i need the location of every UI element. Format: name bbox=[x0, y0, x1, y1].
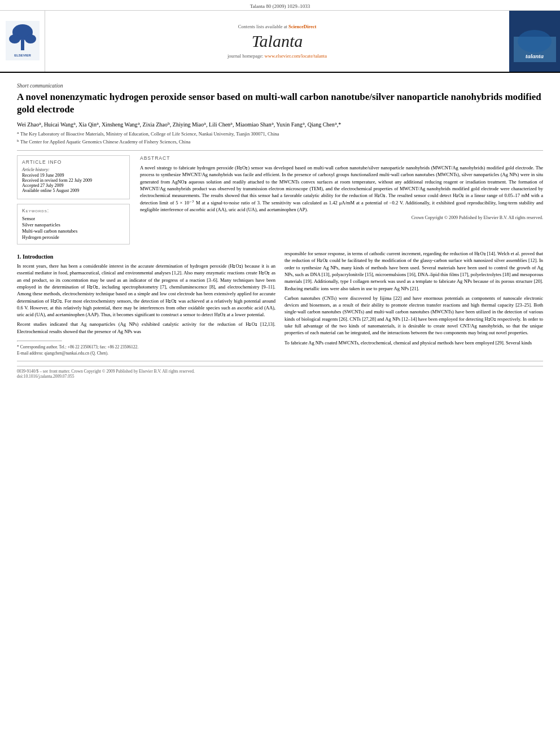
right-para3: To fabricate Ag NPs coated MWCNTs, elect… bbox=[285, 339, 543, 346]
footer-divider bbox=[17, 361, 543, 361]
talanta-logo-svg: talanta bbox=[514, 20, 556, 62]
homepage-url[interactable]: www.elsevier.com/locate/talanta bbox=[265, 53, 327, 59]
history-section: Article history: Received 19 June 2009 R… bbox=[22, 167, 125, 193]
abstract-title: ABSTRACT bbox=[140, 155, 543, 161]
footnote-corresponding: * Corresponding author. Tel.: +86 22 235… bbox=[17, 344, 275, 351]
svg-point-2 bbox=[9, 34, 20, 43]
body-left: 1. Introduction In recent years, there h… bbox=[17, 250, 275, 356]
keyword-1: Sensor bbox=[22, 216, 125, 221]
svg-rect-4 bbox=[21, 40, 24, 50]
affiliation-b: ᵇ The Center for Applied Aquatic Genomic… bbox=[17, 139, 543, 146]
journal-logo-right: talanta bbox=[509, 11, 560, 72]
intro-para2: Recent studies indicated that Ag nanopar… bbox=[17, 321, 275, 335]
revised-date: Received in revised form 22 July 2009 bbox=[22, 178, 125, 183]
footer-doi: doi:10.1016/j.talanta.2009.07.055 bbox=[17, 374, 543, 379]
received-date: Received 19 June 2009 bbox=[22, 173, 125, 178]
affiliation-a: ᵃ The Key Laboratory of Bioactive Materi… bbox=[17, 131, 543, 138]
header-area: ELSEVIER Contents lists available at Sci… bbox=[0, 11, 560, 73]
svg-text:talanta: talanta bbox=[526, 53, 544, 59]
accepted-date: Accepted 27 July 2009 bbox=[22, 183, 125, 188]
header-center: Contents lists available at ScienceDirec… bbox=[45, 11, 509, 72]
abstract-section: ABSTRACT A novel strategy to fabricate h… bbox=[140, 155, 543, 244]
body-content: 1. Introduction In recent years, there h… bbox=[17, 250, 543, 356]
elsevier-logo: ELSEVIER bbox=[6, 21, 40, 62]
authors: Wei Zhaoᵃ, Huicai Wangᵃ, Xia Qinᵃ, Xinsh… bbox=[17, 120, 543, 129]
right-para1: responsible for sensor response, in term… bbox=[285, 250, 543, 292]
journal-ref: Talanta 80 (2009) 1029–1033 bbox=[250, 3, 310, 9]
footnote-divider bbox=[17, 340, 62, 342]
sciencedirect-link[interactable]: ScienceDirect bbox=[288, 24, 316, 29]
elsevier-logo-area: ELSEVIER bbox=[0, 11, 45, 72]
svg-point-3 bbox=[25, 34, 36, 43]
article-info-title: ARTICLE INFO bbox=[22, 159, 125, 165]
section-type: Short communication bbox=[17, 83, 543, 89]
intro-heading: 1. Introduction bbox=[17, 254, 275, 260]
svg-point-8 bbox=[518, 30, 552, 53]
footnote-email: E-mail address: qiangchen@nankai.edu.cn … bbox=[17, 351, 275, 357]
elsevier-logo-svg: ELSEVIER bbox=[6, 21, 40, 60]
sciencedirect-notice: Contents lists available at ScienceDirec… bbox=[238, 24, 317, 29]
history-label: Article history: bbox=[22, 167, 125, 172]
info-abstract-section: ARTICLE INFO Article history: Received 1… bbox=[17, 155, 543, 244]
left-column: ARTICLE INFO Article history: Received 1… bbox=[17, 155, 130, 244]
page: Talanta 80 (2009) 1029–1033 ELSEVIER bbox=[0, 0, 560, 747]
keyword-3: Multi-wall carbon nanotubes bbox=[22, 228, 125, 234]
body-right: responsible for sensor response, in term… bbox=[285, 250, 543, 356]
footer-issn: 0039-9140/$ – see front matter. Crown Co… bbox=[17, 369, 543, 374]
talanta-logo: talanta bbox=[509, 15, 561, 68]
journal-homepage: journal homepage: www.elsevier.com/locat… bbox=[228, 53, 327, 59]
divider bbox=[17, 150, 543, 151]
content-area: Short communication A novel nonenzymatic… bbox=[0, 73, 560, 385]
abstract-copyright: Crown Copyright © 2009 Published by Else… bbox=[140, 215, 543, 220]
topbar: Talanta 80 (2009) 1029–1033 bbox=[0, 0, 560, 11]
keywords-box: Keywords: Sensor Silver nanoparticles Mu… bbox=[17, 204, 130, 244]
keyword-2: Silver nanoparticles bbox=[22, 222, 125, 228]
article-info-box: ARTICLE INFO Article history: Received 1… bbox=[17, 155, 130, 199]
svg-text:ELSEVIER: ELSEVIER bbox=[14, 54, 31, 57]
footer: 0039-9140/$ – see front matter. Crown Co… bbox=[17, 366, 543, 379]
intro-para1: In recent years, there has been a consid… bbox=[17, 263, 275, 318]
journal-title: Talanta bbox=[252, 32, 303, 51]
available-date: Available online 5 August 2009 bbox=[22, 188, 125, 193]
keyword-4: Hydrogen peroxide bbox=[22, 234, 125, 240]
right-para2: Carbon nanotubes (CNTs) were discovered … bbox=[285, 295, 543, 337]
article-title: A novel nonenzymatic hydrogen peroxide s… bbox=[17, 91, 543, 116]
keywords-title: Keywords: bbox=[22, 208, 125, 213]
abstract-text: A novel strategy to fabricate hydrogen p… bbox=[140, 164, 543, 213]
